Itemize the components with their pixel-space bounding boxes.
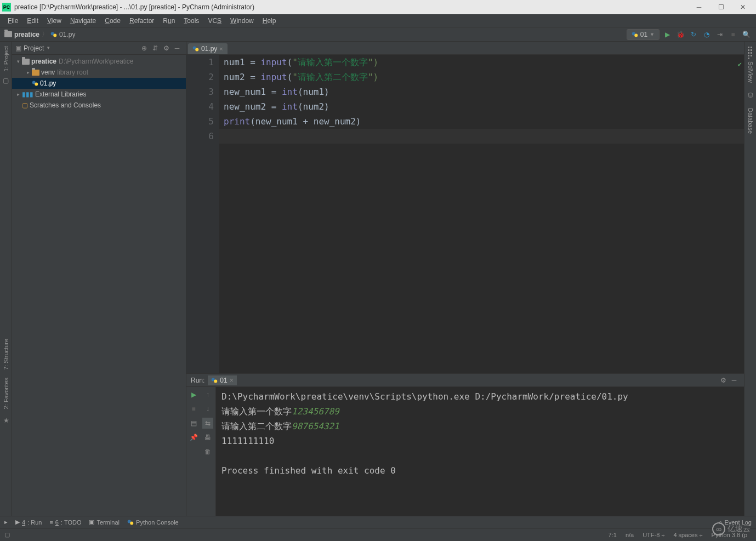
menu-help[interactable]: Help: [258, 15, 281, 26]
run-tab-01[interactable]: 01 ×: [208, 375, 236, 385]
project-panel: ▣ Project ▼ ⊕ ⇵ ⚙ ─ ▾ preatice D:\Pychar…: [12, 42, 186, 516]
coverage-button[interactable]: ↻: [688, 29, 699, 40]
python-file-icon: [32, 80, 38, 87]
tab-run[interactable]: ▶ 4: Run: [15, 519, 42, 526]
menu-window[interactable]: Window: [226, 15, 258, 26]
show-toolwindows-button[interactable]: ▸: [4, 519, 8, 526]
trash-button[interactable]: 🗑: [202, 446, 213, 457]
down-button[interactable]: ↓: [202, 403, 213, 414]
menu-run[interactable]: Run: [158, 15, 179, 26]
layout-button[interactable]: ▤: [188, 418, 199, 429]
tab-todo[interactable]: ≡ 6: TODO: [49, 519, 81, 526]
python-icon: [211, 377, 218, 384]
rerun-button[interactable]: ▶: [188, 389, 199, 400]
console-cmd: D:\PycharmWork\preatice\venv\Scripts\pyt…: [221, 389, 738, 404]
breadcrumb-file[interactable]: 01.py: [50, 31, 75, 38]
menu-tools[interactable]: Tools: [179, 15, 203, 26]
run-button[interactable]: ▶: [662, 29, 673, 40]
breadcrumb: preatice 〉 01.py: [4, 30, 627, 39]
locate-button[interactable]: ⊕: [139, 43, 150, 54]
star-icon: ★: [3, 417, 9, 424]
tree-file-01[interactable]: 01.py: [12, 78, 186, 89]
tree-external-libs[interactable]: ▸ ▮▮▮ External Libraries: [12, 89, 186, 100]
svg-point-3: [634, 33, 638, 37]
folder-icon: ▢: [3, 77, 9, 84]
run-config-selector[interactable]: 01 ▼: [627, 29, 660, 40]
run-panel-label: Run:: [191, 377, 204, 384]
search-everywhere-button[interactable]: 🔍: [741, 29, 752, 40]
menu-code[interactable]: Code: [100, 15, 125, 26]
right-tool-strip: SciView ⛁ Database: [744, 42, 756, 516]
left-tool-strip: 1: Project ▢: [0, 42, 12, 516]
maximize-button[interactable]: ☐: [710, 0, 732, 14]
python-file-icon: [192, 45, 199, 52]
folder-icon: [4, 31, 12, 37]
menu-vcs[interactable]: VCS: [203, 15, 226, 26]
database-icon: ⛁: [748, 92, 753, 99]
project-tree[interactable]: ▾ preatice D:\PycharmWork\preatice ▸ ven…: [12, 55, 186, 516]
sidetab-database[interactable]: Database: [747, 108, 754, 134]
menu-file[interactable]: File: [3, 15, 22, 26]
menu-refactor[interactable]: Refactor: [125, 15, 158, 26]
close-icon[interactable]: ×: [230, 377, 234, 384]
collapse-button[interactable]: ⇵: [150, 43, 161, 54]
profile-button[interactable]: ◔: [701, 29, 712, 40]
svg-point-9: [214, 379, 218, 383]
run-sidebar-tools: ▶ ■ ▤ 📌 ↑ ↓ ⇆ 🖶 🗑: [186, 387, 216, 516]
menu-edit[interactable]: Edit: [22, 15, 43, 26]
window-titlebar: PC preatice [D:\PycharmWork\preatice] - …: [0, 0, 756, 14]
folder-icon: [22, 59, 30, 65]
tab-python-console[interactable]: Python Console: [127, 519, 179, 526]
settings-icon[interactable]: ⚙: [161, 43, 172, 54]
sidetab-project[interactable]: 1: Project: [3, 46, 9, 71]
up-button[interactable]: ↑: [202, 389, 213, 400]
menu-bar: File Edit View Navigate Code Refactor Ru…: [0, 14, 756, 27]
status-indent[interactable]: 4 spaces ÷: [669, 532, 707, 538]
library-icon: ▮▮▮: [22, 90, 33, 98]
status-encoding[interactable]: UTF-8 ÷: [638, 532, 669, 538]
python-icon: [632, 31, 638, 38]
editor-tab-01[interactable]: 01.py ×: [188, 43, 228, 54]
print-button[interactable]: 🖶: [202, 432, 213, 443]
hide-button[interactable]: ─: [729, 375, 740, 386]
scratch-icon: ▢: [22, 101, 28, 109]
stop-button[interactable]: ■: [727, 29, 738, 40]
console-input-2: 987654321: [292, 421, 339, 431]
status-caret-pos[interactable]: 7:1: [604, 532, 621, 538]
sidetab-favorites[interactable]: 2: Favorites: [3, 378, 9, 409]
tab-terminal[interactable]: ▣ Terminal: [89, 519, 120, 526]
statusbar-hint[interactable]: ▢: [4, 531, 10, 538]
hide-button[interactable]: ─: [172, 43, 183, 54]
project-panel-title[interactable]: ▣ Project ▼: [15, 44, 139, 52]
sidetab-structure[interactable]: 7: Structure: [3, 339, 9, 370]
attach-button[interactable]: ⇥: [714, 29, 725, 40]
debug-button[interactable]: 🐞: [675, 29, 686, 40]
wrap-button[interactable]: ⇆: [202, 418, 213, 429]
code-editor[interactable]: ✔ 1 2 3 4 5 6 num1 = input("请输入第一个数字") n…: [186, 55, 744, 373]
close-icon[interactable]: ×: [219, 45, 223, 52]
run-tool-window: Run: 01 × ⚙ ─ ▶ ■: [186, 373, 744, 516]
run-console-output[interactable]: D:\PycharmWork\preatice\venv\Scripts\pyt…: [216, 387, 744, 516]
close-button[interactable]: ✕: [732, 0, 754, 14]
chevron-down-icon: ▼: [650, 32, 655, 37]
window-title: preatice [D:\PycharmWork\preatice] - ...…: [14, 3, 688, 11]
python-file-icon: [50, 31, 57, 38]
tree-root[interactable]: ▾ preatice D:\PycharmWork\preatice: [12, 56, 186, 67]
status-na[interactable]: n/a: [621, 532, 638, 538]
tree-scratches[interactable]: ▢ Scratches and Consoles: [12, 100, 186, 111]
menu-navigate[interactable]: Navigate: [66, 15, 100, 26]
minimize-button[interactable]: ─: [688, 0, 710, 14]
python-icon: [127, 519, 134, 526]
bottom-tool-tabs: ▸ ▶ 4: Run ≡ 6: TODO ▣ Terminal Python C…: [0, 516, 756, 528]
chevron-down-icon: ▼: [46, 45, 50, 50]
pin-button[interactable]: 📌: [188, 432, 199, 443]
settings-icon[interactable]: ⚙: [718, 375, 729, 386]
grid-icon[interactable]: [747, 46, 754, 53]
tree-venv[interactable]: ▸ venv library root: [12, 67, 186, 78]
breadcrumb-root[interactable]: preatice: [4, 31, 39, 38]
menu-view[interactable]: View: [43, 15, 66, 26]
stop-button[interactable]: ■: [188, 403, 199, 414]
sidetab-sciview[interactable]: SciView: [747, 61, 754, 83]
pycharm-icon: PC: [2, 3, 11, 12]
line-gutter: 1 2 3 4 5 6: [186, 55, 219, 373]
